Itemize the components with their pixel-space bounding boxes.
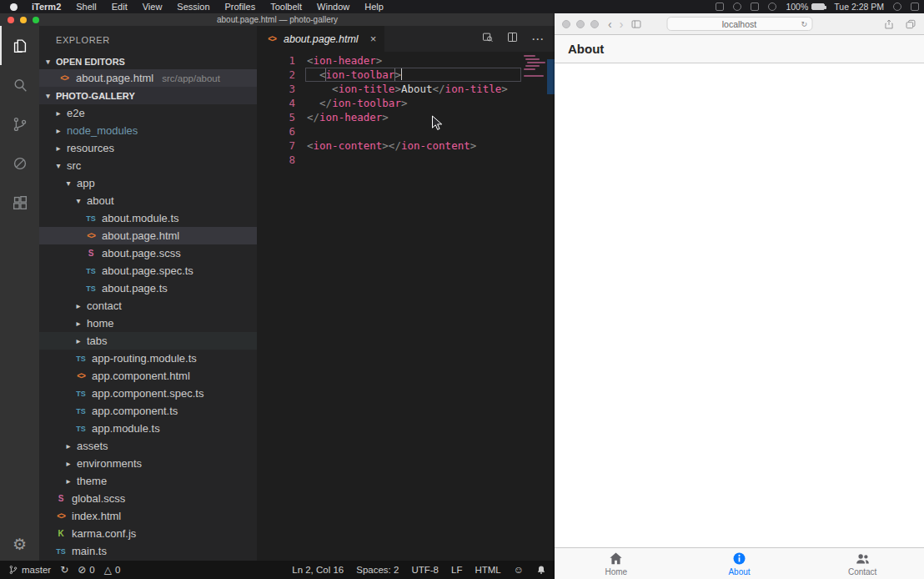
file-app-routing.module.ts[interactable]: TSapp-routing.module.ts (39, 350, 257, 367)
code-area[interactable]: 1<ion-header>2 <ion-toolbar>3 <ion-title… (257, 52, 555, 561)
source-control-icon[interactable] (0, 104, 39, 143)
code-line-7[interactable]: 7<ion-content></ion-content> (257, 138, 555, 153)
close-window-button[interactable] (8, 17, 14, 23)
file-app.module.ts[interactable]: TSapp.module.ts (39, 420, 257, 437)
line-number: 4 (257, 96, 295, 110)
warning-count[interactable]: △ 0 (104, 565, 121, 575)
file-app.component.spec.ts[interactable]: TSapp.component.spec.ts (39, 385, 257, 402)
eol-indicator[interactable]: LF (451, 565, 462, 575)
scss-file-icon: S (54, 494, 68, 503)
folder-home[interactable]: ▸home (39, 315, 257, 332)
minimap[interactable] (524, 55, 545, 78)
menu-item-help[interactable]: Help (357, 2, 391, 12)
minimize-window-button[interactable] (20, 17, 27, 23)
open-editors-header[interactable]: ▾ OPEN EDITORS (39, 53, 257, 69)
menu-item-toolbelt[interactable]: Toolbelt (263, 2, 309, 12)
status-icon-1[interactable] (716, 3, 724, 11)
notifications-bell-icon[interactable] (536, 565, 546, 575)
menu-item-iterm2[interactable]: iTerm2 (24, 2, 68, 12)
tab-overview-icon[interactable] (905, 18, 916, 30)
open-editor-item[interactable]: <> about.page.html src/app/about (39, 69, 257, 87)
debug-icon[interactable] (0, 143, 39, 183)
zoom-window-button[interactable] (33, 17, 39, 23)
menu-clock[interactable]: Tue 2:28 PM (834, 2, 884, 12)
feedback-smiley-icon[interactable]: ☺ (514, 565, 524, 575)
file-about.module.ts[interactable]: TSabout.module.ts (39, 209, 257, 227)
menu-item-shell[interactable]: Shell (68, 2, 103, 12)
folder-about[interactable]: ▾about (39, 192, 257, 209)
code-line-8[interactable]: 8 (257, 153, 555, 167)
status-icon-4[interactable] (768, 3, 776, 11)
folder-e2e[interactable]: ▸e2e (39, 104, 257, 122)
folder-contact[interactable]: ▸contact (39, 297, 257, 315)
open-editor-name: about.page.html (76, 72, 153, 84)
error-count[interactable]: ⊘ 0 (78, 565, 94, 575)
file-about.page.html[interactable]: <>about.page.html (39, 227, 257, 244)
folder-resources[interactable]: ▸resources (39, 139, 257, 157)
forward-button[interactable]: › (620, 18, 624, 30)
status-icon-2[interactable] (733, 3, 741, 11)
menu-item-view[interactable]: View (135, 2, 170, 12)
settings-gear-icon[interactable]: ⚙ (13, 536, 27, 552)
folder-node_modules[interactable]: ▸node_modules (39, 122, 257, 139)
cursor-position[interactable]: Ln 2, Col 16 (292, 565, 344, 575)
sync-icon[interactable]: ↻ (60, 565, 68, 575)
file-global.scss[interactable]: Sglobal.scss (39, 490, 257, 507)
status-icon-3[interactable] (751, 3, 759, 11)
file-app.component.html[interactable]: <>app.component.html (39, 367, 257, 385)
sidebar-icon[interactable] (630, 18, 642, 30)
tab-about-page-html[interactable]: <> about.page.html × (257, 26, 384, 52)
folder-environments[interactable]: ▸environments (39, 455, 257, 472)
folder-src[interactable]: ▾src (39, 157, 257, 174)
share-icon[interactable] (883, 18, 895, 30)
back-button[interactable]: ‹ (608, 18, 612, 30)
open-preview-icon[interactable] (481, 31, 494, 47)
file-about.page.scss[interactable]: Sabout.page.scss (39, 244, 257, 262)
tab-home[interactable]: Home (555, 548, 678, 579)
menu-item-edit[interactable]: Edit (104, 2, 135, 12)
tab-about[interactable]: About (678, 548, 801, 579)
close-window-button[interactable] (562, 20, 570, 28)
more-actions-icon[interactable]: ⋯ (531, 32, 545, 47)
minimize-window-button[interactable] (576, 20, 585, 28)
code-line-4[interactable]: 4 </ion-toolbar> (257, 96, 555, 110)
explorer-icon[interactable] (0, 26, 39, 65)
address-bar[interactable]: localhost ↻ (666, 17, 812, 31)
folder-tabs[interactable]: ▸tabs (39, 332, 257, 350)
folder-app[interactable]: ▾app (39, 174, 257, 192)
indentation-indicator[interactable]: Spaces: 2 (356, 565, 399, 575)
split-editor-icon[interactable] (506, 31, 519, 47)
notification-center-icon[interactable] (911, 3, 919, 11)
battery-indicator[interactable]: 100% (786, 2, 825, 12)
file-about.page.ts[interactable]: TSabout.page.ts (39, 279, 257, 297)
git-branch-indicator[interactable]: master (8, 565, 51, 575)
overview-ruler[interactable] (547, 59, 555, 94)
code-line-6[interactable]: 6 (257, 124, 555, 138)
encoding-indicator[interactable]: UTF-8 (411, 565, 439, 575)
search-icon[interactable] (0, 65, 39, 104)
vscode-title-bar[interactable]: about.page.html — photo-gallery (0, 13, 555, 26)
code-line-1[interactable]: 1<ion-header> (257, 53, 555, 68)
close-tab-icon[interactable]: × (370, 33, 377, 45)
file-app.component.ts[interactable]: TSapp.component.ts (39, 402, 257, 420)
file-main.ts[interactable]: TSmain.ts (39, 542, 257, 560)
code-line-3[interactable]: 3 <ion-title>About</ion-title> (257, 82, 555, 96)
file-karma.conf.js[interactable]: Kkarma.conf.js (39, 525, 257, 542)
file-index.html[interactable]: <>index.html (39, 507, 257, 525)
code-line-2[interactable]: 2 <ion-toolbar> (257, 68, 555, 82)
file-about.page.spec.ts[interactable]: TSabout.page.spec.ts (39, 262, 257, 279)
code-line-5[interactable]: 5</ion-header> (257, 110, 555, 124)
menu-item-window[interactable]: Window (309, 2, 357, 12)
language-mode[interactable]: HTML (475, 565, 500, 575)
menu-item-session[interactable]: Session (169, 2, 217, 12)
menu-item-profiles[interactable]: Profiles (218, 2, 264, 12)
folder-theme[interactable]: ▸theme (39, 472, 257, 490)
project-section-header[interactable]: ▾ PHOTO-GALLERY (39, 87, 257, 104)
apple-menu-icon[interactable] (10, 3, 18, 11)
reload-icon[interactable]: ↻ (801, 20, 807, 28)
tab-contact[interactable]: Contact (801, 548, 924, 579)
extensions-icon[interactable] (0, 183, 39, 222)
spotlight-icon[interactable] (893, 3, 901, 11)
zoom-window-button[interactable] (590, 20, 599, 28)
folder-assets[interactable]: ▸assets (39, 437, 257, 455)
